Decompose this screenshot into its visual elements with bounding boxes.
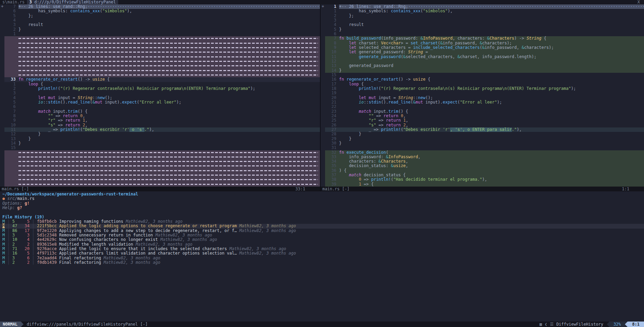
code-line[interactable]: 23 match input.trim() { [321,109,644,114]
filler-dashes [4,155,320,159]
code-line[interactable]: 18 println!("(r) Regenerar contraseña\n(… [321,86,644,91]
code-line[interactable]: 4 let mut input = String::new(); [0,96,320,100]
code-line[interactable]: 35 decision_status: &usize, [321,164,644,168]
line-number: 14 [325,68,339,73]
code-line[interactable]: 6 has_symbols: contains_xxx("símbolos"), [0,9,320,13]
code-line[interactable]: 16fn regenerate_or_restart() -> usize { [321,77,644,82]
commit-subject: Modified the length validation [59,242,136,247]
code-line[interactable]: 1 has_symbols: contains_xxx("símbolos"), [321,9,644,13]
commit-row[interactable]: M | 10 4 | 4e42629c Now confusing charac… [0,237,644,242]
code-line[interactable]: 10 let generated_password: String = [321,50,644,54]
code-line[interactable]: 6 [321,32,644,36]
code-line[interactable]: 3 result [0,23,320,27]
commit-row[interactable]: M | 71 20 | 9276acce Applied the logic t… [0,247,644,251]
code-line[interactable]: 2 }; [321,14,644,18]
code-line[interactable]: 15 [321,73,644,77]
code-line[interactable]: 11 generate_password(&selected_character… [321,55,644,59]
code-line[interactable]: 3 [0,91,320,95]
code-line[interactable]: 13 generated_password [321,64,644,68]
code-line[interactable]: 8 "" => return 0, [0,114,320,118]
commit-row[interactable]: M | 3 3 | 5d1c2348 Removed unnecessary r… [0,233,644,237]
tab-main-rs[interactable]: s\main.rs [0,0,27,4]
commit-author: Mathiew82, 3 months ago [229,246,286,251]
fold-line[interactable]: +7+-- 26 lines: use rand::Rng;··········… [0,4,320,9]
code-line[interactable]: 30} [321,141,644,146]
code-line[interactable]: 31 [321,146,644,150]
code-line[interactable]: 21 io::stdin().read_line(&mut input).exp… [321,100,644,105]
code-line[interactable]: 17 loop { [321,82,644,86]
code-line[interactable]: 11 _ => println!("Debes escribir 'r' o '… [0,127,320,132]
code-line[interactable]: 4 result [321,23,644,27]
commit-row[interactable]: M | 16 5 | 4f97113c Applied characters l… [0,251,644,256]
line-number: 37 [325,173,339,177]
code-line[interactable]: 26 "s" => return 2, [321,123,644,127]
commit-row[interactable]: M | 2 2 | 893615e8 Modified the length v… [0,242,644,247]
code-line[interactable]: 38 0 => println!("Has decidido terminar … [321,177,644,182]
commit-row[interactable]: M | 86 17 | 9f2e1220 Appliying changes t… [0,229,644,233]
code-line[interactable]: 39 1 => { [321,182,644,187]
code-line[interactable]: 36) { [321,168,644,173]
file-dir: src/ [7,196,17,201]
line-number: 10 [4,123,18,127]
code-line[interactable]: 7 match input.trim() { [0,109,320,114]
code-line[interactable]: 19 [321,91,644,95]
code-line[interactable]: 32fn execute_decision( [321,150,644,155]
code-line[interactable]: 14} [0,141,320,146]
deleted-line-dash [18,170,318,171]
code-line[interactable]: 5} [321,27,644,32]
commit-row[interactable]: M | 3 6 | 7e2aadd4 Final refactoring Mat… [0,256,644,260]
code-line[interactable]: 33fn regenerate_or_restart() -> usize { [0,77,320,82]
code-line[interactable]: 2} [0,27,320,32]
code-line[interactable]: 1 loop { [0,82,320,86]
code-line[interactable]: 20 let mut input = String::new(); [321,96,644,100]
code-line[interactable]: 12 [321,59,644,64]
sign-column [0,137,4,141]
code-line[interactable]: 24 "" => return 0, [321,114,644,118]
commit-row-selected[interactable]: M | 47 34 | 221f5bcc Applied the logic a… [0,224,644,228]
filler-dashes [4,41,320,45]
code-line[interactable]: 5 io::stdin().read_line(&mut input).expe… [0,100,320,105]
line-number: 15 [4,146,18,150]
code-line[interactable]: 7fn build_password(info_password: &InfoP… [321,36,644,41]
code-line[interactable]: 15 [0,146,320,150]
code-line[interactable]: 4 [0,18,320,23]
code-line[interactable]: 12 } [0,132,320,136]
file-entry[interactable]: ● src/main.rs [0,196,644,201]
code-text: io::stdin().read_line(&mut input).expect… [18,100,320,105]
fold-plus-icon[interactable]: + [321,4,325,9]
line-number: 8 [4,114,18,118]
close-icon[interactable]: X [633,0,644,4]
code-line[interactable]: 37 match decision_status { [321,173,644,177]
additions-count: 2 [12,260,17,265]
code-line[interactable]: 34 characters: &Characters, [321,159,644,164]
commit-row[interactable]: M | 5 5 | fb8fb6cb Improving naming func… [0,219,644,224]
code-line[interactable]: 33 info_password: &InfoPassword, [321,155,644,159]
code-line[interactable]: 8 let charset: Vec<char> = set_charset(&… [321,41,644,45]
code-line[interactable]: 29 } [321,137,644,141]
commit-row[interactable]: M | 2 2 | f0db1439 Final refactoring Mat… [0,260,644,265]
code-line[interactable]: 28 } [321,132,644,136]
additions-count: 47 [12,223,17,228]
line-number: 4 [325,23,339,27]
line-number: 16 [325,77,339,82]
code-line[interactable]: 5 }; [0,14,320,18]
code-line[interactable]: 27 _ => println!("Debes escribir 'r', 's… [321,127,644,132]
fold-plus-icon[interactable]: + [0,4,4,9]
code-line[interactable]: 2 println!("(r) Regenerar contraseña\n(s… [0,86,320,91]
sign-column [321,91,325,95]
code-line[interactable]: 9 let selected_characters = include_sele… [321,45,644,50]
code-line[interactable]: 13 } [0,137,320,141]
code-line[interactable]: 22 [321,105,644,109]
code-line[interactable]: 14} [321,68,644,73]
code-text [339,32,644,36]
code-line[interactable]: 25 "r" => return 1, [321,118,644,123]
deleted-line-dash [18,179,318,180]
code-line[interactable]: 1 [0,32,320,36]
fold-line[interactable]: +1+-- 26 lines: use rand::Rng;··········… [321,4,644,9]
code-line[interactable]: 9 "r" => return 1, [0,118,320,123]
code-line[interactable]: 10 "s" => return 2, [0,123,320,127]
deletions-count: 34 [17,223,29,228]
code-line[interactable]: 6 [0,105,320,109]
code-line[interactable]: 3 [321,18,644,23]
tab-diffview-panel[interactable]: 3 d:///p/0/DiffviewFileHistoryPanel [27,0,118,4]
